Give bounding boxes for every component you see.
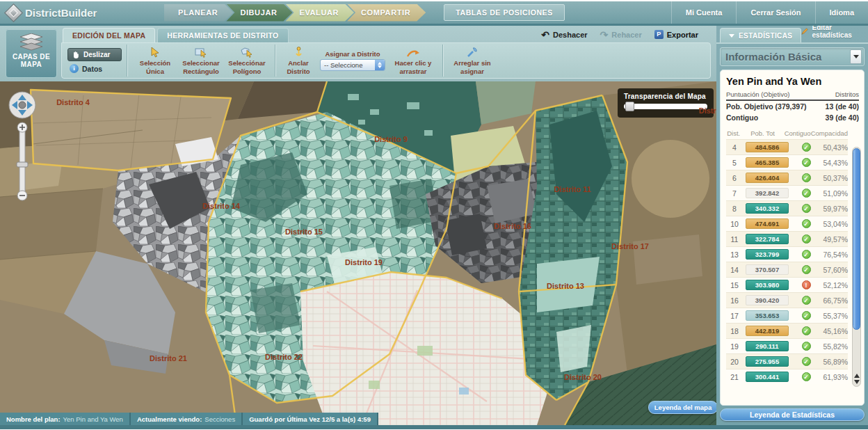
contiguity-status-icon: ✓ [802,173,811,182]
table-row[interactable]: 16 390.420 ✓ 66,75% [726,292,848,308]
top-bar: DistrictBuilder PLANEAR DIBUJAR EVALUAR … [0,1,868,26]
table-row[interactable]: 13 323.799 ✓ 76,54% [726,246,848,262]
district-number: 10 [726,220,743,228]
scroll-down-icon[interactable] [854,380,860,384]
single-select-tool[interactable]: Selección Única [132,46,178,74]
population-badge: 465.385 [746,157,789,168]
compactness-value: 61,93% [821,373,848,381]
compactness-value: 55,82% [821,342,848,351]
table-row[interactable]: 14 370.507 ✓ 57,60% [726,262,848,277]
wrench-icon [467,47,478,58]
stats-view-selector[interactable]: Información Básica [720,47,865,66]
redo-button[interactable]: ↷ Rehacer [600,31,642,39]
district-number: 5 [726,159,743,167]
population-badge: 300.441 [746,372,789,382]
compactness-value: 50,37% [821,174,848,182]
map-layers-button[interactable]: CAPAS DE MAPA [6,29,57,78]
fix-unassigned-tool[interactable]: Arreglar sin asignar [448,46,497,74]
district-number: 20 [726,358,743,366]
population-badge: 353.653 [746,310,789,321]
history-actions: ↶ Deshacer ↷ Rehacer P Exportar [541,30,698,39]
compactness-value: 53,04% [821,220,848,228]
edit-statistics-button[interactable]: Editar estadísticas [801,24,864,42]
district-number: 21 [726,373,743,381]
table-row[interactable]: 10 474.691 ✓ 53,04% [726,216,848,231]
compactness-value: 59,97% [821,205,848,213]
data-tool-button[interactable]: i Datos [67,64,122,73]
dropdown-arrow-icon[interactable] [850,49,862,64]
tab-map-edit[interactable]: EDICIÓN DEL MAPA [63,28,155,42]
districtbuilder-app: DistrictBuilder PLANEAR DIBUJAR EVALUAR … [0,1,868,430]
click-drag-tool[interactable]: Hacer clic y arrastrar [389,46,437,74]
undo-button[interactable]: ↶ Deshacer [541,31,587,39]
collapse-triangle-icon [729,34,734,38]
stats-scrollbar[interactable] [852,147,861,387]
compactness-value: 66,75% [821,296,848,305]
population-badge: 340.332 [746,203,789,214]
table-row[interactable]: 11 322.784 ✓ 49,57% [726,231,848,246]
table-row[interactable]: 21 300.441 ✓ 61,93% [726,369,848,384]
score-row-contiguous: Contiguo 39 (de 40) [726,112,859,123]
table-row[interactable]: 18 442.819 ✓ 45,16% [726,323,848,338]
tools-panel: Deslizar i Datos Selección Única [61,42,711,79]
table-row[interactable]: 4 484.586 ✓ 50,43% [726,139,848,154]
tab-evaluar[interactable]: EVALUAR [285,4,354,22]
status-plan-name: Nombre del plan: Yen Pin and Ya Wen [0,413,131,425]
population-badge: 290.111 [746,341,789,351]
logout-link[interactable]: Cerrar Sesión [736,1,814,24]
contiguity-status-icon: ✓ [802,250,811,259]
select-stepper-icon [375,60,385,70]
compactness-value: 76,54% [821,250,848,259]
scroll-up-icon[interactable] [854,374,860,378]
table-row[interactable]: 5 465.385 ✓ 54,43% [726,154,848,170]
assign-district-label: Asignar a Distrito [316,50,389,58]
table-row[interactable]: 19 290.111 ✓ 55,82% [726,338,848,353]
map-canvas[interactable]: Transparencia del Mapa Leyenda del mapa … [0,81,716,425]
map-pan-zoom-control[interactable] [7,90,38,209]
rectangle-select-tool[interactable]: Seleccionar Rectángulo [178,46,224,74]
compactness-value: 56,89% [821,358,848,366]
tab-statistics[interactable]: ESTADÍSTICAS [720,28,801,42]
info-icon: i [70,64,79,73]
bottom-border [0,425,868,429]
district-number: 6 [726,174,743,182]
contiguity-status-icon: ✓ [802,265,811,274]
map-transparency-slider[interactable] [624,104,707,109]
compactness-value: 54,43% [821,159,848,167]
table-row[interactable]: 7 392.842 ✓ 51,09% [726,185,848,200]
my-account-link[interactable]: Mi Cuenta [671,1,737,24]
map-legend-button[interactable]: Leyenda del mapa [648,401,716,414]
table-row[interactable]: 17 353.653 ✓ 55,37% [726,308,848,323]
district-number: 8 [726,205,743,213]
contiguity-status-icon: ✓ [802,357,811,366]
map-transparency-thumb[interactable] [625,102,634,111]
stats-table-body: 4 484.586 ✓ 50,43% 5 465.385 ✓ 54,43% 6 … [726,139,859,403]
pan-tool-button[interactable]: Deslizar [67,48,122,61]
assign-district-select[interactable]: -- Seleccione [320,59,385,71]
tab-district-tools[interactable]: HERRAMIENTAS DE DISTRITO [157,28,288,42]
rectangle-select-icon [195,47,207,58]
contiguity-status-icon: ✓ [802,311,811,320]
scrollbar-thumb[interactable] [853,148,860,330]
export-button[interactable]: P Exportar [654,30,698,39]
compactness-value: 49,57% [821,235,848,244]
map-transparency-label: Transparencia del Mapa [624,93,707,100]
table-row[interactable]: 6 426.404 ✓ 50,37% [726,170,848,185]
tab-planear[interactable]: PLANEAR [164,4,233,22]
tab-compartir[interactable]: COMPARTIR [347,4,426,22]
table-row[interactable]: 20 275.955 ✓ 56,89% [726,353,848,369]
cursor-icon [151,47,159,58]
polygon-select-tool[interactable]: Selecciónar Polígono [224,46,270,74]
map-transparency-panel: Transparencia del Mapa [618,88,714,118]
language-link[interactable]: Idioma [815,1,868,24]
tab-dibujar[interactable]: DIBUJAR [226,4,292,22]
compactness-value: 57,60% [821,266,848,274]
district-number: 4 [726,143,743,152]
compactness-value: 45,16% [821,327,848,335]
stats-legend-button[interactable]: Leyenda de Estadísticas [720,408,865,421]
leaderboard-button[interactable]: TABLAS DE POSICIONES [444,4,565,21]
table-row[interactable]: 15 303.980 ! 52,12% [726,277,848,292]
table-row[interactable]: 8 340.332 ✓ 59,97% [726,200,848,216]
compactness-value: 50,43% [821,143,848,152]
anchor-district-tool[interactable]: Anclar Distrito [280,46,316,74]
